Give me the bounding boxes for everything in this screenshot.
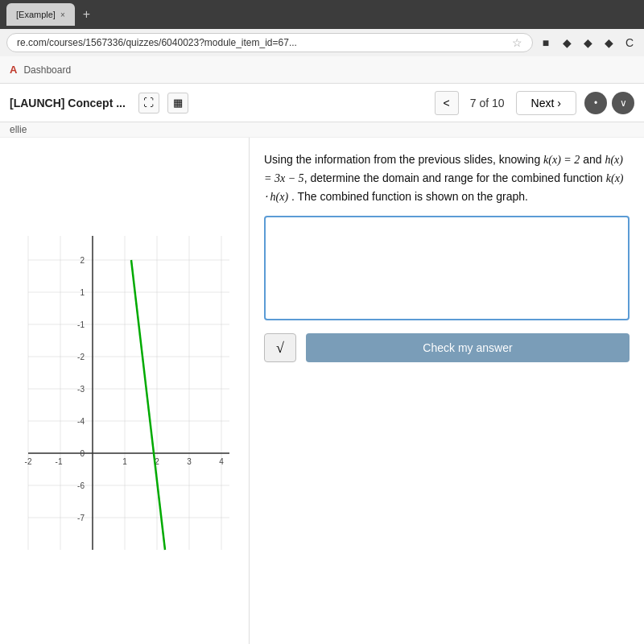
question-text-part3: , determine the domain and range for the… [304, 171, 606, 184]
svg-text:-1: -1 [77, 320, 85, 329]
expand-icon: ⛶ [143, 97, 154, 109]
bookmark-icon[interactable]: ☆ [512, 36, 522, 49]
browser-icons: ■ ◆ ◆ ◆ C [538, 35, 638, 51]
active-tab[interactable]: [Example] × [6, 3, 75, 26]
svg-text:4: 4 [219, 457, 224, 466]
graph-svg: 2 1 0 -1 -2 -3 -4 -6 -7 -1 1 2 3 4 -2 [12, 228, 237, 566]
svg-text:1: 1 [122, 457, 127, 466]
svg-text:-1: -1 [55, 457, 62, 466]
quiz-header: [LAUNCH] Concept ... ⛶ ▦ < 7 of 10 Next … [0, 84, 644, 122]
svg-text:3: 3 [187, 457, 192, 466]
browser-icon-3[interactable]: ◆ [580, 35, 596, 51]
question-text: Using the information from the previous … [264, 151, 630, 206]
address-text: re.com/courses/1567336/quizzes/6040023?m… [17, 37, 507, 48]
prev-arrow-icon: < [444, 97, 450, 109]
quiz-nav: < 7 of 10 Next › • ∨ [435, 91, 634, 115]
dashboard-link[interactable]: Dashboard [23, 64, 71, 76]
sqrt-button[interactable]: √ [264, 333, 296, 362]
expand-icon-button[interactable]: ⛶ [138, 93, 159, 114]
tab-bar: [Example] × + [6, 3, 95, 26]
svg-text:-6: -6 [77, 481, 85, 490]
svg-text:-2: -2 [24, 457, 31, 466]
svg-text:-2: -2 [77, 353, 85, 361]
svg-text:0: 0 [80, 449, 85, 458]
next-button[interactable]: Next › [516, 91, 576, 115]
svg-text:-3: -3 [77, 385, 85, 394]
tab-close-icon[interactable]: × [60, 10, 65, 19]
svg-line-33 [131, 260, 165, 550]
question-text-part1: Using the information from the previous … [264, 153, 543, 166]
user-name: ellie [10, 124, 27, 135]
answer-textarea[interactable] [264, 216, 630, 320]
check-answer-label: Check my answer [423, 341, 512, 354]
lms-nav: A Dashboard [0, 56, 644, 84]
svg-text:2: 2 [80, 256, 85, 265]
svg-text:-7: -7 [77, 514, 85, 522]
main-content: 2 1 0 -1 -2 -3 -4 -6 -7 -1 1 2 3 4 -2 Us… [0, 138, 644, 644]
next-arrow-icon: › [557, 97, 561, 109]
chevron-down-button[interactable]: ∨ [612, 92, 634, 114]
browser-icon-refresh[interactable]: C [621, 35, 638, 51]
address-bar[interactable]: re.com/courses/1567336/quizzes/6040023?m… [6, 33, 533, 52]
quiz-title: [LAUNCH] Concept ... [10, 97, 126, 109]
sqrt-icon: √ [276, 340, 284, 357]
graph-panel: 2 1 0 -1 -2 -3 -4 -6 -7 -1 1 2 3 4 -2 [0, 138, 250, 644]
check-answer-button[interactable]: Check my answer [306, 333, 630, 362]
chevron-down-icon: ∨ [620, 97, 627, 109]
lms-logo: A [10, 64, 17, 76]
math-kx: k(x) = 2 [543, 154, 580, 166]
calculator-icon-button[interactable]: ▦ [167, 93, 188, 114]
page-indicator: 7 of 10 [464, 97, 511, 109]
more-options-button[interactable]: • [584, 92, 607, 114]
browser-chrome: [Example] × + [0, 0, 644, 29]
user-label-bar: ellie [0, 122, 644, 138]
svg-text:-4: -4 [77, 417, 85, 426]
question-panel: Using the information from the previous … [250, 138, 644, 644]
quiz-icons: ⛶ ▦ [138, 93, 188, 114]
dots-icon: • [594, 97, 597, 109]
question-text-part2: and [583, 153, 605, 166]
browser-icon-4[interactable]: ◆ [601, 35, 617, 51]
next-label: Next [531, 97, 555, 109]
prev-button[interactable]: < [435, 91, 459, 115]
browser-icon-2[interactable]: ◆ [559, 35, 575, 51]
tab-label: [Example] [16, 10, 56, 19]
browser-icon-1[interactable]: ■ [538, 35, 554, 51]
question-text-part4: . The combined function is shown on the … [288, 190, 528, 203]
svg-text:1: 1 [80, 288, 85, 297]
answer-actions: √ Check my answer [264, 333, 630, 362]
address-bar-row: re.com/courses/1567336/quizzes/6040023?m… [0, 29, 644, 56]
calculator-icon: ▦ [173, 97, 183, 109]
new-tab-button[interactable]: + [78, 7, 95, 22]
